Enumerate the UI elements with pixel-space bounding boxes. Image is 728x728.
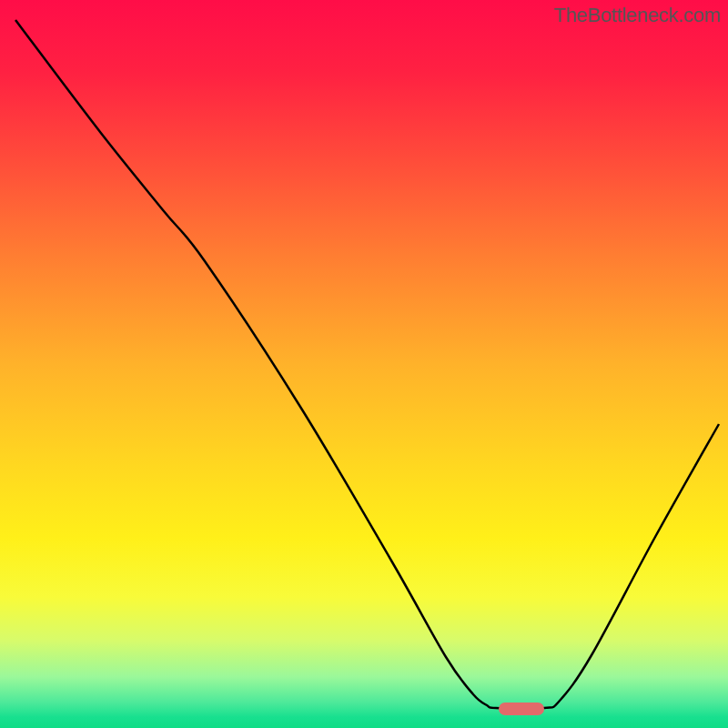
chart-background-gradient <box>0 0 728 728</box>
optimal-marker <box>499 703 544 715</box>
chart-container: TheBottleneck.com <box>0 0 728 728</box>
watermark-label: TheBottleneck.com <box>554 4 721 27</box>
bottleneck-chart <box>0 0 728 728</box>
